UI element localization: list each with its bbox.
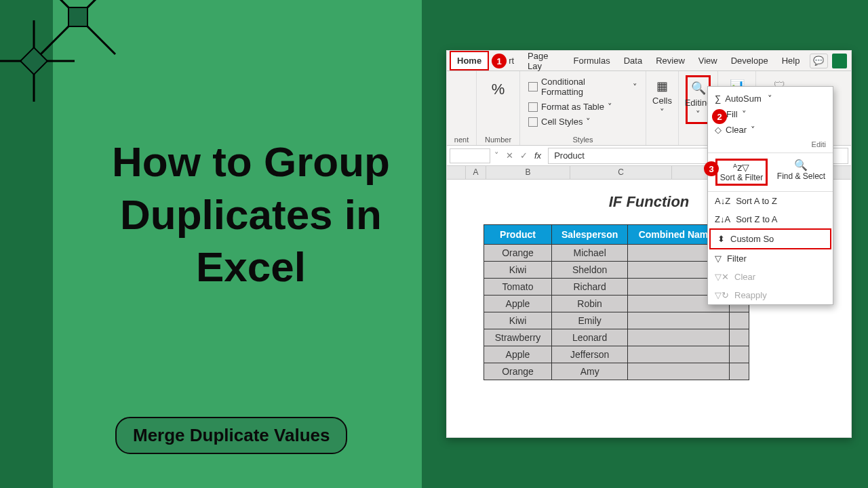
find-select-button[interactable]: 🔍 Find & Select bbox=[777, 159, 825, 186]
cells-button[interactable]: ▦ Cells ˅ bbox=[653, 75, 671, 120]
filter-icon: ▽ bbox=[715, 253, 722, 264]
subtitle-pill: Merge Duplicate Values bbox=[115, 417, 347, 454]
marker-3: 3 bbox=[704, 161, 719, 176]
sort-filter-icon: ᴬᴢ▽ bbox=[733, 162, 749, 173]
tab-developer[interactable]: Develope bbox=[725, 52, 774, 69]
cells-icon: ▦ bbox=[653, 78, 672, 94]
sort-az-icon: A↓Z bbox=[715, 196, 730, 206]
sort-az-item[interactable]: A↓ZSort A to Z bbox=[708, 192, 833, 210]
tab-formulas[interactable]: Formulas bbox=[567, 52, 616, 69]
custom-sort-icon: ⬍ bbox=[717, 234, 725, 244]
cond-fmt-icon bbox=[528, 82, 538, 92]
table-row[interactable]: OrangeAmy bbox=[484, 363, 749, 380]
marker-1: 1 bbox=[492, 54, 507, 68]
clear-filter-icon: ▽✕ bbox=[715, 272, 729, 282]
group-alignment: nent bbox=[447, 71, 477, 145]
search-icon: 🔍 bbox=[689, 80, 708, 96]
fill-button[interactable]: ⬇ Fill ˅ bbox=[715, 106, 826, 122]
col-b[interactable]: B bbox=[486, 166, 570, 179]
sigma-icon: ∑ bbox=[715, 94, 721, 104]
marker-2: 2 bbox=[712, 109, 727, 124]
tab-view[interactable]: View bbox=[692, 52, 724, 69]
conditional-formatting-button[interactable]: Conditional Formatting ˅ bbox=[527, 75, 639, 98]
table-row[interactable]: AppleJefferson bbox=[484, 346, 749, 363]
group-number: % Number bbox=[477, 71, 520, 145]
excel-window: Home 1 rt Page Lay Formulas Data Review … bbox=[446, 50, 852, 438]
tab-home[interactable]: Home bbox=[450, 51, 489, 70]
custom-sort-item[interactable]: ⬍Custom So bbox=[709, 228, 831, 249]
clear-button[interactable]: ◇ Clear ˅ bbox=[715, 122, 826, 138]
format-as-table-button[interactable]: Format as Table ˅ bbox=[527, 100, 639, 113]
star-decoration bbox=[0, 0, 149, 149]
autosum-button[interactable]: ∑ AutoSum ˅ bbox=[715, 91, 826, 106]
percent-icon[interactable]: % bbox=[484, 75, 513, 104]
share-button[interactable] bbox=[832, 54, 847, 68]
group-cells: ▦ Cells ˅ bbox=[646, 71, 679, 145]
sort-za-icon: Z↓A bbox=[715, 214, 730, 224]
group-styles: Conditional Formatting ˅ Format as Table… bbox=[520, 71, 646, 145]
comments-button[interactable]: 💬 bbox=[810, 54, 827, 68]
fx-label[interactable]: fx bbox=[532, 150, 544, 161]
reapply-icon: ▽↻ bbox=[715, 290, 729, 300]
table-header[interactable]: Salesperson bbox=[552, 225, 628, 245]
col-c[interactable]: C bbox=[570, 166, 672, 179]
table-row[interactable]: KiwiEmily bbox=[484, 312, 749, 329]
table-row[interactable]: StrawberryLeonard bbox=[484, 329, 749, 346]
col-a[interactable]: A bbox=[466, 166, 486, 179]
ribbon-tabs: Home 1 rt Page Lay Formulas Data Review … bbox=[447, 51, 851, 71]
clear-filter-item: ▽✕Clear bbox=[708, 268, 833, 286]
cell-styles-icon bbox=[528, 117, 538, 127]
eraser-icon: ◇ bbox=[715, 125, 722, 135]
sort-filter-button[interactable]: ᴬᴢ▽ Sort & Filter bbox=[715, 159, 768, 186]
reapply-item: ▽↻Reapply bbox=[708, 286, 833, 304]
table-icon bbox=[528, 102, 538, 112]
find-icon: 🔍 bbox=[794, 159, 808, 171]
table-header[interactable]: Product bbox=[484, 225, 552, 245]
tab-review[interactable]: Review bbox=[650, 52, 691, 69]
name-box[interactable] bbox=[450, 148, 490, 163]
sort-za-item[interactable]: Z↓ASort Z to A bbox=[708, 210, 833, 228]
tab-data[interactable]: Data bbox=[618, 52, 648, 69]
svg-rect-5 bbox=[68, 7, 87, 26]
cell-styles-button[interactable]: Cell Styles ˅ bbox=[527, 115, 639, 128]
tab-help[interactable]: Help bbox=[776, 52, 806, 69]
page-title: How to Group Duplicates in Excel bbox=[88, 136, 414, 293]
filter-item[interactable]: ▽Filter bbox=[708, 249, 833, 268]
